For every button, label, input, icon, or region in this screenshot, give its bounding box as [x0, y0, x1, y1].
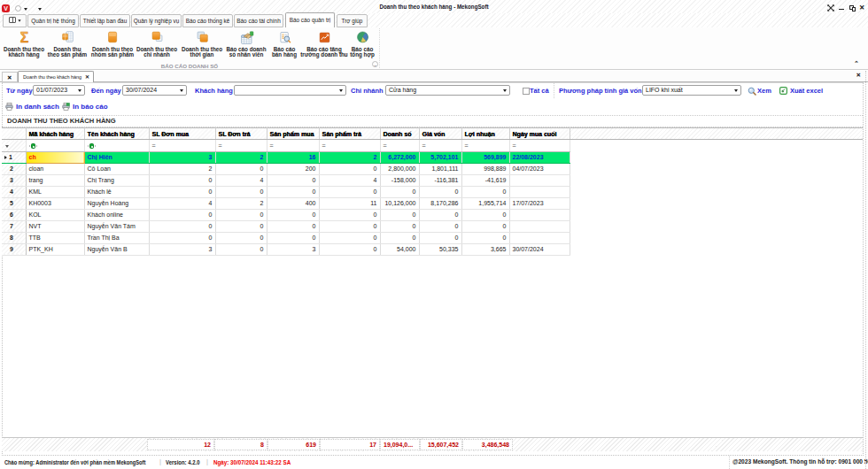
svg-text:Σ: Σ	[19, 30, 28, 45]
